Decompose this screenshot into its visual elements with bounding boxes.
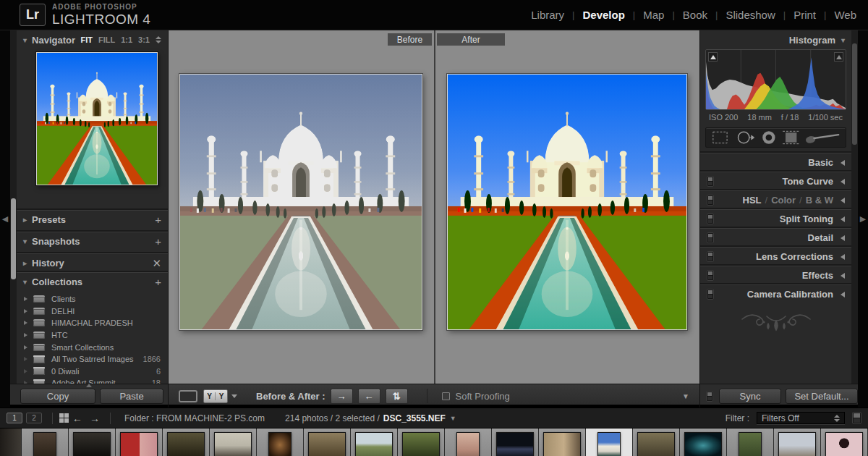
filename-caret-icon[interactable]: ▼ [450,415,456,422]
filmstrip-thumb[interactable] [539,428,586,456]
filmstrip-thumb[interactable] [398,428,445,456]
filmstrip-thumb[interactable] [727,428,774,456]
zoom-stepper-icon[interactable] [156,36,161,43]
sync-toggle[interactable] [706,391,713,402]
second-window-button[interactable]: 2 [26,413,42,423]
zoom-fit[interactable]: FIT [80,35,93,44]
scrollbar-thumb[interactable] [852,43,857,145]
module-print[interactable]: Print [793,9,816,21]
section-toggle[interactable] [707,251,714,262]
lens-corrections-section-header[interactable]: Lens Corrections [700,247,851,266]
scrollbar-thumb[interactable] [11,198,16,279]
section-toggle[interactable] [707,270,714,281]
current-filename[interactable]: DSC_3555.NEF [383,413,446,423]
history-header[interactable]: ▸ History ✕ [17,253,168,272]
filmstrip-thumb[interactable] [492,428,539,456]
copy-button[interactable]: Copy [20,389,95,404]
collection-item[interactable]: All Two Satrred Images 1866 [17,353,168,366]
left-panel-scrollbar[interactable] [10,30,17,384]
navigator-preview[interactable] [36,52,158,185]
collection-folder[interactable]: DELHI [17,305,168,318]
view-mode-caret-icon[interactable] [231,394,237,398]
effects-section-header[interactable]: Effects [700,266,851,284]
highlight-clipping-indicator[interactable] [834,52,843,62]
filmstrip-thumb[interactable] [774,428,821,456]
toolbar-options-caret-icon[interactable]: ▼ [682,392,689,400]
paste-button[interactable]: Paste [100,389,163,404]
collection-folder[interactable]: HIMACHAL PRADESH [17,317,168,329]
add-snapshot-icon[interactable]: + [155,235,161,248]
filmstrip-thumb[interactable] [633,428,680,456]
module-library[interactable]: Library [531,9,564,21]
section-toggle[interactable] [707,195,714,206]
module-slideshow[interactable]: Slideshow [726,9,775,21]
tone-curve-section-header[interactable]: Tone Curve [700,172,851,190]
swap-before-after-button[interactable]: ⇅ [386,389,408,404]
filmstrip-thumb[interactable] [22,428,69,456]
detail-section-header[interactable]: Detail [700,228,851,247]
module-develop[interactable]: Develop [583,9,625,21]
filmstrip-thumb[interactable] [304,428,351,456]
snapshots-header[interactable]: ▾ Snapshots + [17,232,168,250]
zoom-fill[interactable]: FILL [98,35,115,44]
right-panel-scrollbar[interactable] [851,30,858,384]
filmstrip-thumb[interactable] [0,428,22,456]
filmstrip-thumb[interactable] [821,428,868,456]
color-tab[interactable]: Color [771,195,796,206]
expand-arrow-icon[interactable] [24,297,27,301]
filter-dropdown[interactable]: Filters Off [757,412,845,424]
module-map[interactable]: Map [643,9,664,21]
hsl-tab[interactable]: HSL [743,195,762,206]
folder-breadcrumb[interactable]: Folder : FROM MACHINE-2 PS.com [124,413,265,423]
zoom-3-1[interactable]: 3:1 [138,35,150,44]
filmstrip-thumb[interactable] [69,428,116,456]
filmstrip-thumb[interactable] [116,428,163,456]
add-collection-icon[interactable]: + [155,276,161,288]
collection-item[interactable]: 0 Diwali 6 [17,366,168,378]
before-image[interactable] [179,74,422,330]
soft-proofing-checkbox[interactable] [442,392,450,400]
zoom-1-1[interactable]: 1:1 [121,35,132,44]
camera-calibration-section-header[interactable]: Camera Calibration [700,284,851,303]
basic-section-header[interactable]: Basic [700,153,851,172]
navigator-header[interactable]: ▾ Navigator FIT FILL 1:1 3:1 [17,30,168,49]
panel-resize-nub[interactable] [86,384,92,387]
sync-button[interactable]: Sync [719,389,781,404]
before-after-view-button[interactable]: Y Y [203,389,228,403]
grid-view-icon[interactable] [59,413,69,423]
shadow-clipping-indicator[interactable] [708,52,718,62]
hsl-section-header[interactable]: HSL/Color/B & W [700,190,851,209]
filmstrip-thumb[interactable] [680,428,727,456]
copy-after-to-before-button[interactable]: ← [358,389,380,404]
filmstrip-thumb[interactable] [210,428,257,456]
filmstrip-thumb[interactable] [163,428,210,456]
collection-folder[interactable]: HTC [17,329,168,342]
histogram-header[interactable]: Histogram ▾ [700,30,851,49]
expand-arrow-icon[interactable] [24,321,27,325]
filmstrip-thumb[interactable] [257,428,304,456]
loupe-view-icon[interactable] [179,390,197,402]
section-toggle[interactable] [707,214,714,224]
collection-folder[interactable]: Clients [17,293,168,305]
histogram[interactable] [705,49,846,110]
copy-before-to-after-button[interactable]: → [331,389,353,404]
next-photo-arrow-icon[interactable]: → [90,413,100,424]
module-web[interactable]: Web [834,9,856,21]
collection-folder[interactable]: Smart Collections [17,341,168,353]
filter-lock-toggle[interactable] [852,412,861,424]
after-image[interactable] [447,74,687,330]
section-toggle[interactable] [707,232,714,243]
add-preset-icon[interactable]: + [155,214,161,226]
left-panel-collapse-arrow[interactable]: ◀ [0,30,10,408]
filmstrip-thumb[interactable] [445,428,492,456]
section-toggle[interactable] [707,289,714,300]
expand-arrow-icon[interactable] [24,333,27,337]
bw-tab[interactable]: B & W [806,195,833,206]
expand-arrow-icon[interactable] [24,309,27,313]
section-toggle[interactable] [707,176,714,187]
previous-photo-arrow-icon[interactable]: ← [72,413,82,424]
main-window-button[interactable]: 1 [7,413,22,423]
collections-header[interactable]: ▾ Collections + [17,272,168,291]
right-panel-collapse-arrow[interactable]: ▶ [858,30,868,408]
presets-header[interactable]: ▸ Presets + [17,210,168,229]
